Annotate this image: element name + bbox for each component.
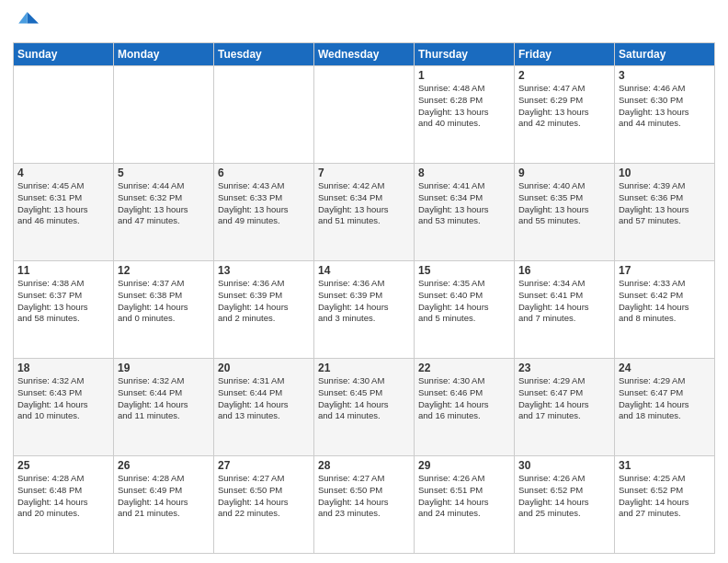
day-info: Sunrise: 4:48 AM Sunset: 6:28 PM Dayligh… — [418, 83, 510, 130]
day-number: 12 — [118, 264, 210, 277]
day-info: Sunrise: 4:27 AM Sunset: 6:50 PM Dayligh… — [318, 473, 410, 520]
calendar-cell: 5Sunrise: 4:44 AM Sunset: 6:32 PM Daylig… — [114, 164, 214, 261]
calendar-cell: 11Sunrise: 4:38 AM Sunset: 6:37 PM Dayli… — [14, 261, 114, 359]
day-info: Sunrise: 4:34 AM Sunset: 6:41 PM Dayligh… — [518, 278, 610, 325]
calendar-cell: 2Sunrise: 4:47 AM Sunset: 6:29 PM Daylig… — [515, 66, 615, 164]
day-info: Sunrise: 4:25 AM Sunset: 6:52 PM Dayligh… — [619, 473, 711, 520]
day-number: 24 — [619, 362, 711, 374]
day-info: Sunrise: 4:32 AM Sunset: 6:43 PM Dayligh… — [17, 375, 109, 422]
day-number: 10 — [619, 167, 711, 179]
page: SundayMondayTuesdayWednesdayThursdayFrid… — [0, 0, 728, 563]
day-number: 18 — [17, 362, 109, 374]
day-number: 17 — [619, 264, 711, 277]
week-row-4: 18Sunrise: 4:32 AM Sunset: 6:43 PM Dayli… — [14, 359, 715, 456]
calendar-body: 1Sunrise: 4:48 AM Sunset: 6:28 PM Daylig… — [14, 66, 715, 554]
day-number: 2 — [518, 69, 610, 82]
logo — [13, 9, 42, 35]
day-number: 27 — [218, 459, 310, 472]
week-row-3: 11Sunrise: 4:38 AM Sunset: 6:37 PM Dayli… — [14, 261, 715, 359]
day-info: Sunrise: 4:30 AM Sunset: 6:46 PM Dayligh… — [418, 375, 510, 422]
weekday-tuesday: Tuesday — [214, 43, 314, 66]
weekday-monday: Monday — [114, 43, 214, 66]
calendar-cell: 4Sunrise: 4:45 AM Sunset: 6:31 PM Daylig… — [14, 164, 114, 261]
week-row-5: 25Sunrise: 4:28 AM Sunset: 6:48 PM Dayli… — [14, 456, 715, 554]
weekday-header-row: SundayMondayTuesdayWednesdayThursdayFrid… — [14, 43, 715, 66]
calendar-cell: 17Sunrise: 4:33 AM Sunset: 6:42 PM Dayli… — [615, 261, 715, 359]
calendar-cell: 6Sunrise: 4:43 AM Sunset: 6:33 PM Daylig… — [214, 164, 314, 261]
day-info: Sunrise: 4:31 AM Sunset: 6:44 PM Dayligh… — [218, 375, 310, 422]
calendar-cell: 7Sunrise: 4:42 AM Sunset: 6:34 PM Daylig… — [314, 164, 415, 261]
day-number: 28 — [318, 459, 410, 472]
day-number: 31 — [619, 459, 711, 472]
week-row-2: 4Sunrise: 4:45 AM Sunset: 6:31 PM Daylig… — [14, 164, 715, 261]
day-info: Sunrise: 4:28 AM Sunset: 6:48 PM Dayligh… — [17, 473, 109, 520]
logo-icon — [13, 9, 39, 35]
calendar-cell: 24Sunrise: 4:29 AM Sunset: 6:47 PM Dayli… — [615, 359, 715, 456]
header — [13, 9, 715, 35]
day-number: 26 — [118, 459, 210, 472]
weekday-thursday: Thursday — [415, 43, 515, 66]
calendar-cell: 21Sunrise: 4:30 AM Sunset: 6:45 PM Dayli… — [314, 359, 415, 456]
day-number: 25 — [17, 459, 109, 472]
day-number: 19 — [118, 362, 210, 374]
day-info: Sunrise: 4:37 AM Sunset: 6:38 PM Dayligh… — [118, 278, 210, 325]
day-number: 16 — [518, 264, 610, 277]
calendar-cell: 19Sunrise: 4:32 AM Sunset: 6:44 PM Dayli… — [114, 359, 214, 456]
day-info: Sunrise: 4:43 AM Sunset: 6:33 PM Dayligh… — [218, 180, 310, 227]
calendar-cell: 31Sunrise: 4:25 AM Sunset: 6:52 PM Dayli… — [615, 456, 715, 554]
day-info: Sunrise: 4:39 AM Sunset: 6:36 PM Dayligh… — [619, 180, 711, 227]
day-info: Sunrise: 4:41 AM Sunset: 6:34 PM Dayligh… — [418, 180, 510, 227]
day-info: Sunrise: 4:47 AM Sunset: 6:29 PM Dayligh… — [518, 83, 610, 130]
calendar-cell: 16Sunrise: 4:34 AM Sunset: 6:41 PM Dayli… — [515, 261, 615, 359]
day-info: Sunrise: 4:42 AM Sunset: 6:34 PM Dayligh… — [318, 180, 410, 227]
day-info: Sunrise: 4:35 AM Sunset: 6:40 PM Dayligh… — [418, 278, 510, 325]
day-number: 4 — [17, 167, 109, 179]
day-info: Sunrise: 4:38 AM Sunset: 6:37 PM Dayligh… — [17, 278, 109, 325]
day-info: Sunrise: 4:40 AM Sunset: 6:35 PM Dayligh… — [518, 180, 610, 227]
day-info: Sunrise: 4:27 AM Sunset: 6:50 PM Dayligh… — [218, 473, 310, 520]
calendar-cell: 30Sunrise: 4:26 AM Sunset: 6:52 PM Dayli… — [515, 456, 615, 554]
day-number: 8 — [418, 167, 510, 179]
day-info: Sunrise: 4:46 AM Sunset: 6:30 PM Dayligh… — [619, 83, 711, 130]
calendar-cell: 18Sunrise: 4:32 AM Sunset: 6:43 PM Dayli… — [14, 359, 114, 456]
day-info: Sunrise: 4:36 AM Sunset: 6:39 PM Dayligh… — [318, 278, 410, 325]
day-number: 30 — [518, 459, 610, 472]
day-info: Sunrise: 4:33 AM Sunset: 6:42 PM Dayligh… — [619, 278, 711, 325]
day-info: Sunrise: 4:29 AM Sunset: 6:47 PM Dayligh… — [518, 375, 610, 422]
weekday-saturday: Saturday — [615, 43, 715, 66]
calendar-cell — [314, 66, 415, 164]
calendar-cell: 23Sunrise: 4:29 AM Sunset: 6:47 PM Dayli… — [515, 359, 615, 456]
calendar-cell: 1Sunrise: 4:48 AM Sunset: 6:28 PM Daylig… — [415, 66, 515, 164]
calendar-cell: 13Sunrise: 4:36 AM Sunset: 6:39 PM Dayli… — [214, 261, 314, 359]
calendar-cell: 14Sunrise: 4:36 AM Sunset: 6:39 PM Dayli… — [314, 261, 415, 359]
calendar-cell: 3Sunrise: 4:46 AM Sunset: 6:30 PM Daylig… — [615, 66, 715, 164]
calendar-cell: 26Sunrise: 4:28 AM Sunset: 6:49 PM Dayli… — [114, 456, 214, 554]
calendar-cell: 29Sunrise: 4:26 AM Sunset: 6:51 PM Dayli… — [415, 456, 515, 554]
day-info: Sunrise: 4:30 AM Sunset: 6:45 PM Dayligh… — [318, 375, 410, 422]
day-info: Sunrise: 4:29 AM Sunset: 6:47 PM Dayligh… — [619, 375, 711, 422]
calendar-cell: 8Sunrise: 4:41 AM Sunset: 6:34 PM Daylig… — [415, 164, 515, 261]
calendar-cell: 15Sunrise: 4:35 AM Sunset: 6:40 PM Dayli… — [415, 261, 515, 359]
day-info: Sunrise: 4:26 AM Sunset: 6:51 PM Dayligh… — [418, 473, 510, 520]
day-number: 6 — [218, 167, 310, 179]
calendar-cell — [214, 66, 314, 164]
day-number: 15 — [418, 264, 510, 277]
calendar-cell: 20Sunrise: 4:31 AM Sunset: 6:44 PM Dayli… — [214, 359, 314, 456]
calendar-table: SundayMondayTuesdayWednesdayThursdayFrid… — [13, 42, 715, 554]
calendar-cell — [14, 66, 114, 164]
day-info: Sunrise: 4:44 AM Sunset: 6:32 PM Dayligh… — [118, 180, 210, 227]
svg-marker-1 — [18, 12, 27, 23]
day-info: Sunrise: 4:36 AM Sunset: 6:39 PM Dayligh… — [218, 278, 310, 325]
day-info: Sunrise: 4:28 AM Sunset: 6:49 PM Dayligh… — [118, 473, 210, 520]
calendar-cell: 12Sunrise: 4:37 AM Sunset: 6:38 PM Dayli… — [114, 261, 214, 359]
week-row-1: 1Sunrise: 4:48 AM Sunset: 6:28 PM Daylig… — [14, 66, 715, 164]
day-number: 1 — [418, 69, 510, 82]
day-number: 7 — [318, 167, 410, 179]
calendar-cell: 10Sunrise: 4:39 AM Sunset: 6:36 PM Dayli… — [615, 164, 715, 261]
day-number: 23 — [518, 362, 610, 374]
day-number: 9 — [518, 167, 610, 179]
day-number: 20 — [218, 362, 310, 374]
day-number: 5 — [118, 167, 210, 179]
calendar-cell: 27Sunrise: 4:27 AM Sunset: 6:50 PM Dayli… — [214, 456, 314, 554]
calendar-cell: 9Sunrise: 4:40 AM Sunset: 6:35 PM Daylig… — [515, 164, 615, 261]
